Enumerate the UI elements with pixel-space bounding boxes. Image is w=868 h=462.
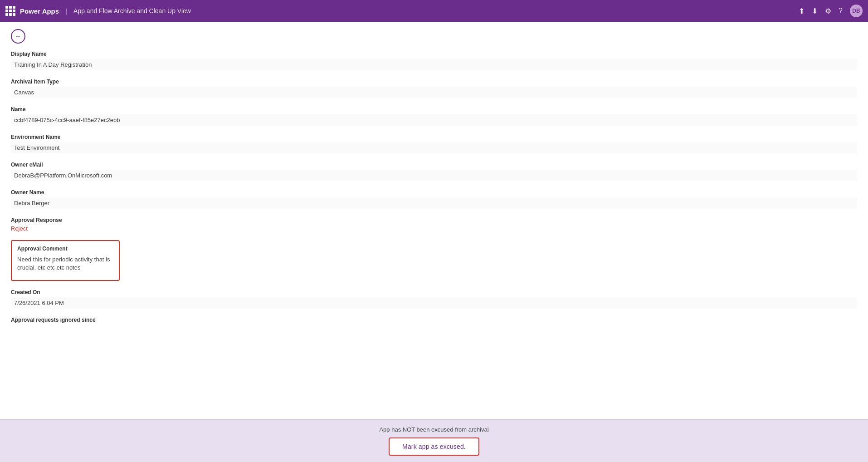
display-name-value: Training In A Day Registration — [11, 59, 857, 70]
settings-icon[interactable]: ⚙ — [825, 7, 831, 15]
created-on-label: Created On — [11, 289, 857, 295]
archival-item-type-field: Archival Item Type Canvas — [11, 79, 857, 98]
top-bar-actions: ⬆ ⬇ ⚙ ? DB — [799, 5, 863, 17]
back-button[interactable]: ← — [11, 29, 25, 44]
page-title: App and Flow Archive and Clean Up View — [73, 7, 191, 15]
app-name: Power Apps — [20, 7, 59, 15]
approval-response-value: Reject — [11, 225, 857, 232]
approval-requests-ignored-field: Approval requests ignored since — [11, 317, 857, 323]
created-on-field: Created On 7/26/2021 6:04 PM — [11, 289, 857, 309]
name-field: Name ccbf4789-075c-4cc9-aaef-f85e27ec2eb… — [11, 106, 857, 126]
share-icon[interactable]: ⬆ — [799, 7, 805, 15]
approval-comment-value: Need this for periodic activity that is … — [17, 256, 113, 272]
excusal-status-text: App has NOT been excused from archival — [379, 426, 488, 433]
archival-item-type-value: Canvas — [11, 87, 857, 98]
display-name-field: Display Name Training In A Day Registrat… — [11, 51, 857, 70]
owner-name-label: Owner Name — [11, 189, 857, 196]
archival-item-type-label: Archival Item Type — [11, 79, 857, 85]
bottom-action-bar: App has NOT been excused from archival M… — [0, 419, 868, 462]
owner-name-value: Debra Berger — [11, 197, 857, 209]
approval-comment-label: Approval Comment — [17, 246, 113, 252]
approval-requests-ignored-label: Approval requests ignored since — [11, 317, 857, 323]
environment-name-value: Test Environment — [11, 142, 857, 153]
download-icon[interactable]: ⬇ — [812, 7, 818, 15]
owner-email-label: Owner eMail — [11, 162, 857, 168]
environment-name-label: Environment Name — [11, 134, 857, 140]
owner-email-value: DebraB@PPlatform.OnMicrosoft.com — [11, 170, 857, 181]
created-on-value: 7/26/2021 6:04 PM — [11, 297, 857, 309]
approval-response-field: Approval Response Reject — [11, 217, 857, 232]
top-navigation-bar: Power Apps | App and Flow Archive and Cl… — [0, 0, 868, 22]
environment-name-field: Environment Name Test Environment — [11, 134, 857, 153]
owner-name-field: Owner Name Debra Berger — [11, 189, 857, 209]
mark-app-excused-button[interactable]: Mark app as excused. — [389, 437, 479, 456]
approval-response-label: Approval Response — [11, 217, 857, 223]
name-value: ccbf4789-075c-4cc9-aaef-f85e27ec2ebb — [11, 114, 857, 126]
waffle-menu-icon[interactable] — [5, 6, 15, 16]
avatar[interactable]: DB — [850, 5, 863, 17]
title-separator: | — [65, 7, 67, 15]
main-content: ← Display Name Training In A Day Registr… — [0, 22, 868, 462]
help-icon[interactable]: ? — [839, 7, 843, 15]
approval-comment-box: Approval Comment Need this for periodic … — [11, 240, 120, 281]
owner-email-field: Owner eMail DebraB@PPlatform.OnMicrosoft… — [11, 162, 857, 181]
display-name-label: Display Name — [11, 51, 857, 57]
name-label: Name — [11, 106, 857, 113]
